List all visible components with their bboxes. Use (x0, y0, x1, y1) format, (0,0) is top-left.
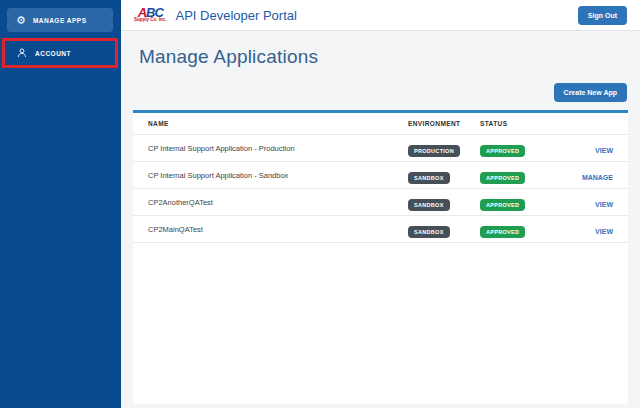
gear-icon: ⚙ (16, 15, 26, 26)
table-row: CP Internal Support Application - Sandbo… (133, 162, 628, 189)
table-row: CP2MainQATest SANDBOX APPROVED VIEW (133, 216, 628, 243)
sidebar-item-manage-apps[interactable]: ⚙ MANAGE APPS (7, 8, 113, 32)
applications-table-card: NAME ENVIRONMENT STATUS CP Internal Supp… (133, 110, 628, 404)
sidebar: ⚙ MANAGE APPS ACCOUNT (0, 0, 121, 408)
table-header-row: NAME ENVIRONMENT STATUS (133, 113, 628, 135)
environment-badge: SANDBOX (408, 226, 450, 238)
page-title: Manage Applications (139, 46, 640, 68)
column-header-environment: ENVIRONMENT (408, 120, 480, 127)
environment-badge: SANDBOX (408, 172, 450, 184)
column-header-name: NAME (148, 120, 408, 127)
environment-badge: PRODUCTION (408, 145, 460, 157)
app-name: CP2AnotherQATest (148, 198, 408, 207)
create-new-app-button[interactable]: Create New App (554, 83, 627, 102)
sidebar-item-label: ACCOUNT (35, 50, 71, 57)
table-row: CP2AnotherQATest SANDBOX APPROVED VIEW (133, 189, 628, 216)
app-name: CP Internal Support Application - Sandbo… (148, 171, 408, 180)
row-action-link[interactable]: MANAGE (582, 174, 613, 181)
table-row: CP Internal Support Application - Produc… (133, 135, 628, 162)
person-icon (16, 47, 28, 59)
status-badge: APPROVED (480, 226, 525, 238)
environment-badge: SANDBOX (408, 199, 450, 211)
portal-title: API Developer Portal (176, 8, 297, 23)
row-action-link[interactable]: VIEW (595, 228, 613, 235)
abc-supply-logo: ABC Supply Co. Inc. (134, 7, 167, 23)
status-badge: APPROVED (480, 172, 525, 184)
sign-out-button[interactable]: Sign Out (578, 6, 627, 25)
main-area: ABC Supply Co. Inc. API Developer Portal… (121, 0, 640, 408)
sidebar-item-label: MANAGE APPS (33, 17, 87, 24)
status-badge: APPROVED (480, 199, 525, 211)
top-header-bar: ABC Supply Co. Inc. API Developer Portal… (121, 0, 640, 31)
logo-subtext: Supply Co. Inc. (134, 18, 167, 23)
app-name: CP Internal Support Application - Produc… (148, 144, 408, 153)
table-body: CP Internal Support Application - Produc… (133, 135, 628, 243)
row-action-link[interactable]: VIEW (595, 147, 613, 154)
status-badge: APPROVED (480, 145, 525, 157)
column-header-status: STATUS (480, 120, 563, 127)
row-action-link[interactable]: VIEW (595, 201, 613, 208)
sidebar-item-account[interactable]: ACCOUNT (7, 41, 113, 65)
app-name: CP2MainQATest (148, 225, 408, 234)
